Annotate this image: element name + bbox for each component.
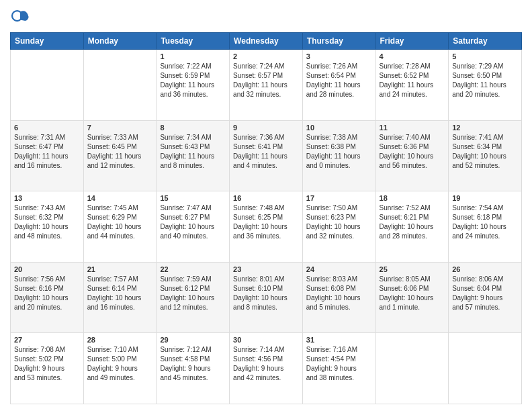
day-number: 3	[306, 52, 372, 60]
day-number: 1	[160, 52, 226, 60]
calendar-cell	[83, 50, 157, 121]
page-header	[10, 7, 522, 27]
day-number: 22	[160, 265, 226, 273]
calendar-cell: 30Sunrise: 7:14 AM Sunset: 4:56 PM Dayli…	[230, 333, 303, 404]
day-info: Sunrise: 7:48 AM Sunset: 6:25 PM Dayligh…	[233, 203, 299, 241]
calendar-cell: 24Sunrise: 8:03 AM Sunset: 6:08 PM Dayli…	[302, 262, 375, 333]
calendar-header-row: SundayMondayTuesdayWednesdayThursdayFrid…	[11, 33, 522, 50]
day-info: Sunrise: 8:03 AM Sunset: 6:08 PM Dayligh…	[306, 275, 372, 312]
calendar-cell: 3Sunrise: 7:26 AM Sunset: 6:54 PM Daylig…	[302, 50, 375, 121]
calendar-cell: 17Sunrise: 7:50 AM Sunset: 6:23 PM Dayli…	[302, 191, 375, 263]
day-number: 18	[380, 194, 445, 202]
calendar-week-row: 6Sunrise: 7:31 AM Sunset: 6:47 PM Daylig…	[11, 120, 522, 191]
calendar-cell: 7Sunrise: 7:33 AM Sunset: 6:45 PM Daylig…	[83, 120, 157, 191]
day-info: Sunrise: 7:14 AM Sunset: 4:56 PM Dayligh…	[233, 345, 299, 383]
calendar-cell: 31Sunrise: 7:16 AM Sunset: 4:54 PM Dayli…	[302, 333, 375, 404]
day-info: Sunrise: 7:41 AM Sunset: 6:34 PM Dayligh…	[452, 133, 518, 171]
day-number: 6	[14, 124, 80, 132]
calendar-cell: 4Sunrise: 7:28 AM Sunset: 6:52 PM Daylig…	[375, 50, 449, 121]
day-info: Sunrise: 7:40 AM Sunset: 6:36 PM Dayligh…	[380, 133, 445, 171]
calendar-cell: 28Sunrise: 7:10 AM Sunset: 5:00 PM Dayli…	[83, 333, 157, 404]
day-info: Sunrise: 7:10 AM Sunset: 5:00 PM Dayligh…	[87, 345, 153, 383]
calendar-cell: 18Sunrise: 7:52 AM Sunset: 6:21 PM Dayli…	[375, 191, 449, 263]
day-number: 11	[380, 124, 445, 132]
day-number: 8	[160, 124, 226, 132]
day-info: Sunrise: 7:52 AM Sunset: 6:21 PM Dayligh…	[380, 203, 445, 241]
day-number: 31	[306, 336, 372, 344]
calendar-cell: 5Sunrise: 7:29 AM Sunset: 6:50 PM Daylig…	[449, 50, 522, 121]
day-number: 12	[452, 124, 518, 132]
day-number: 10	[306, 124, 372, 132]
calendar-cell: 29Sunrise: 7:12 AM Sunset: 4:58 PM Dayli…	[157, 333, 230, 404]
weekday-header: Thursday	[302, 33, 375, 50]
weekday-header: Saturday	[449, 33, 522, 50]
day-number: 23	[233, 265, 299, 273]
weekday-header: Friday	[375, 33, 449, 50]
day-number: 21	[87, 265, 153, 273]
calendar-cell	[11, 50, 84, 121]
day-info: Sunrise: 7:31 AM Sunset: 6:47 PM Dayligh…	[14, 133, 80, 171]
day-info: Sunrise: 8:01 AM Sunset: 6:10 PM Dayligh…	[233, 275, 299, 312]
calendar-cell: 22Sunrise: 7:59 AM Sunset: 6:12 PM Dayli…	[157, 262, 230, 333]
day-info: Sunrise: 7:43 AM Sunset: 6:32 PM Dayligh…	[14, 203, 80, 241]
calendar-cell: 23Sunrise: 8:01 AM Sunset: 6:10 PM Dayli…	[230, 262, 303, 333]
calendar-cell: 21Sunrise: 7:57 AM Sunset: 6:14 PM Dayli…	[83, 262, 157, 333]
day-info: Sunrise: 7:29 AM Sunset: 6:50 PM Dayligh…	[452, 62, 518, 99]
day-info: Sunrise: 8:06 AM Sunset: 6:04 PM Dayligh…	[452, 275, 518, 312]
day-number: 20	[14, 265, 80, 273]
calendar-cell: 2Sunrise: 7:24 AM Sunset: 6:57 PM Daylig…	[230, 50, 303, 121]
day-info: Sunrise: 7:47 AM Sunset: 6:27 PM Dayligh…	[160, 203, 226, 241]
day-number: 7	[87, 124, 153, 132]
calendar-cell: 9Sunrise: 7:36 AM Sunset: 6:41 PM Daylig…	[230, 120, 303, 191]
day-info: Sunrise: 7:22 AM Sunset: 6:59 PM Dayligh…	[160, 62, 226, 99]
calendar-cell	[449, 333, 522, 404]
day-number: 25	[380, 265, 445, 273]
day-info: Sunrise: 7:54 AM Sunset: 6:18 PM Dayligh…	[452, 203, 518, 241]
calendar-cell: 25Sunrise: 8:05 AM Sunset: 6:06 PM Dayli…	[375, 262, 449, 333]
day-number: 9	[233, 124, 299, 132]
calendar-week-row: 27Sunrise: 7:08 AM Sunset: 5:02 PM Dayli…	[11, 333, 522, 404]
day-info: Sunrise: 7:57 AM Sunset: 6:14 PM Dayligh…	[87, 275, 153, 312]
calendar-cell: 27Sunrise: 7:08 AM Sunset: 5:02 PM Dayli…	[11, 333, 84, 404]
calendar-table: SundayMondayTuesdayWednesdayThursdayFrid…	[10, 32, 522, 404]
day-info: Sunrise: 7:16 AM Sunset: 4:54 PM Dayligh…	[306, 345, 372, 383]
day-info: Sunrise: 7:12 AM Sunset: 4:58 PM Dayligh…	[160, 345, 226, 383]
day-info: Sunrise: 7:24 AM Sunset: 6:57 PM Dayligh…	[233, 62, 299, 99]
calendar-week-row: 13Sunrise: 7:43 AM Sunset: 6:32 PM Dayli…	[11, 191, 522, 263]
weekday-header: Sunday	[11, 33, 84, 50]
calendar-cell: 10Sunrise: 7:38 AM Sunset: 6:38 PM Dayli…	[302, 120, 375, 191]
weekday-header: Monday	[83, 33, 157, 50]
calendar-cell: 8Sunrise: 7:34 AM Sunset: 6:43 PM Daylig…	[157, 120, 230, 191]
day-number: 13	[14, 194, 80, 202]
logo-icon	[10, 7, 30, 27]
day-info: Sunrise: 7:59 AM Sunset: 6:12 PM Dayligh…	[160, 275, 226, 312]
calendar-cell: 6Sunrise: 7:31 AM Sunset: 6:47 PM Daylig…	[11, 120, 84, 191]
day-number: 24	[306, 265, 372, 273]
calendar-cell: 26Sunrise: 8:06 AM Sunset: 6:04 PM Dayli…	[449, 262, 522, 333]
day-info: Sunrise: 7:08 AM Sunset: 5:02 PM Dayligh…	[14, 345, 80, 383]
day-number: 14	[87, 194, 153, 202]
day-number: 26	[452, 265, 518, 273]
calendar-week-row: 20Sunrise: 7:56 AM Sunset: 6:16 PM Dayli…	[11, 262, 522, 333]
calendar-cell: 13Sunrise: 7:43 AM Sunset: 6:32 PM Dayli…	[11, 191, 84, 263]
day-number: 28	[87, 336, 153, 344]
logo	[10, 7, 34, 27]
day-info: Sunrise: 7:34 AM Sunset: 6:43 PM Dayligh…	[160, 133, 226, 171]
calendar-cell: 15Sunrise: 7:47 AM Sunset: 6:27 PM Dayli…	[157, 191, 230, 263]
calendar-cell: 19Sunrise: 7:54 AM Sunset: 6:18 PM Dayli…	[449, 191, 522, 263]
day-number: 4	[380, 52, 445, 60]
day-number: 29	[160, 336, 226, 344]
calendar-cell	[375, 333, 449, 404]
day-number: 16	[233, 194, 299, 202]
day-info: Sunrise: 8:05 AM Sunset: 6:06 PM Dayligh…	[380, 275, 445, 312]
calendar-cell: 11Sunrise: 7:40 AM Sunset: 6:36 PM Dayli…	[375, 120, 449, 191]
calendar-week-row: 1Sunrise: 7:22 AM Sunset: 6:59 PM Daylig…	[11, 50, 522, 121]
weekday-header: Wednesday	[230, 33, 303, 50]
calendar-cell: 14Sunrise: 7:45 AM Sunset: 6:29 PM Dayli…	[83, 191, 157, 263]
day-number: 15	[160, 194, 226, 202]
day-info: Sunrise: 7:36 AM Sunset: 6:41 PM Dayligh…	[233, 133, 299, 171]
day-number: 2	[233, 52, 299, 60]
day-info: Sunrise: 7:50 AM Sunset: 6:23 PM Dayligh…	[306, 203, 372, 241]
day-info: Sunrise: 7:26 AM Sunset: 6:54 PM Dayligh…	[306, 62, 372, 99]
day-number: 5	[452, 52, 518, 60]
